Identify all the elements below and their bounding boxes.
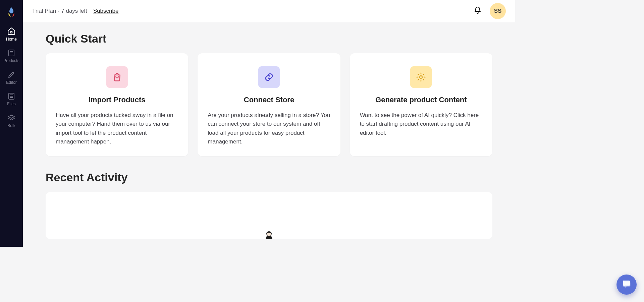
topbar: Trial Plan - 7 days left Subscribe SS [23,0,515,22]
notifications-button[interactable] [473,6,482,16]
empty-state-illustration [262,230,276,239]
shopping-bag-icon [106,66,128,88]
app-logo [6,7,17,17]
card-description: Want to see the power of AI quickly? Cli… [360,111,482,137]
card-import-products[interactable]: Import Products Have all your products t… [46,53,188,156]
topbar-left: Trial Plan - 7 days left Subscribe [32,8,118,14]
quick-start-heading: Quick Start [46,32,492,45]
link-icon [258,66,280,88]
quick-start-cards: Import Products Have all your products t… [46,53,492,156]
sidebar: Home Products Editor Fi [0,0,23,247]
trial-plan-text: Trial Plan - 7 days left [32,8,87,14]
avatar-initials: SS [494,8,502,14]
main-area: Trial Plan - 7 days left Subscribe SS Qu… [23,0,515,247]
pencil-icon [7,71,15,79]
content-scroll[interactable]: Quick Start Import Products Have all you… [23,22,515,247]
nav-label: Bulk [7,123,15,128]
nav-editor[interactable]: Editor [0,67,23,88]
card-title: Import Products [56,96,178,104]
nav-label: Home [6,37,17,42]
layers-icon [7,114,15,122]
card-description: Have all your products tucked away in a … [56,111,178,146]
products-icon [7,49,15,57]
nav-label: Editor [6,80,16,85]
subscribe-link[interactable]: Subscribe [93,8,119,14]
svg-rect-0 [11,32,12,33]
gear-icon [410,66,432,88]
svg-point-9 [420,76,423,78]
files-icon [7,92,15,100]
nav-bulk[interactable]: Bulk [0,110,23,131]
card-generate-content[interactable]: Generate product Content Want to see the… [350,53,492,156]
user-avatar[interactable]: SS [490,3,506,19]
card-title: Generate product Content [360,96,482,104]
recent-activity-panel [46,192,492,239]
card-description: Are your products already selling in a s… [208,111,330,146]
home-icon [7,27,16,36]
nav-label: Products [3,58,19,63]
nav-products[interactable]: Products [0,45,23,66]
card-connect-store[interactable]: Connect Store Are your products already … [198,53,340,156]
topbar-right: SS [473,3,506,19]
recent-activity-heading: Recent Activity [46,171,492,184]
nav-files[interactable]: Files [0,88,23,110]
svg-marker-8 [8,115,14,118]
svg-point-11 [267,233,271,236]
nav-home[interactable]: Home [0,23,23,45]
bell-icon [474,6,482,16]
nav-label: Files [7,102,15,106]
card-title: Connect Store [208,96,330,104]
